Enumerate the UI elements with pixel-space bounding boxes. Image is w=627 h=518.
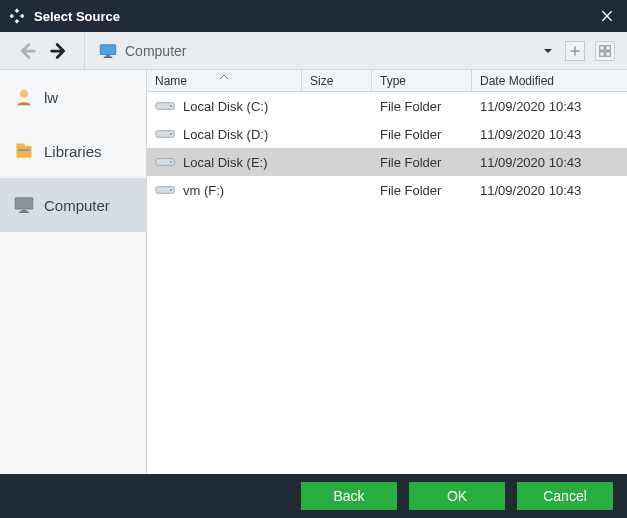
table-row[interactable]: vm (F:)File Folder11/09/2020 10:43 <box>147 176 627 204</box>
nav-arrows <box>6 32 85 69</box>
row-type: File Folder <box>372 99 472 114</box>
column-headers: Name Size Type Date Modified <box>147 70 627 92</box>
svg-rect-8 <box>17 146 32 158</box>
table-row[interactable]: Local Disk (D:)File Folder11/09/2020 10:… <box>147 120 627 148</box>
sidebar-item-label: lw <box>44 89 58 106</box>
svg-point-15 <box>170 105 172 107</box>
file-list: Name Size Type Date Modified Local Disk … <box>147 70 627 474</box>
sidebar: lw Libraries Computer <box>0 70 147 474</box>
sidebar-item-label: Libraries <box>44 143 102 160</box>
svg-rect-9 <box>17 144 25 148</box>
drive-icon <box>155 156 175 168</box>
column-date-label: Date Modified <box>480 74 554 88</box>
column-date[interactable]: Date Modified <box>472 70 627 91</box>
column-name[interactable]: Name <box>147 70 302 91</box>
libraries-icon <box>14 141 34 161</box>
user-icon <box>14 87 34 107</box>
svg-rect-6 <box>606 51 611 56</box>
svg-rect-12 <box>22 210 27 212</box>
svg-rect-5 <box>600 51 605 56</box>
row-name: Local Disk (E:) <box>183 155 268 170</box>
titlebar: Select Source <box>0 0 627 32</box>
monitor-icon <box>14 195 34 215</box>
sidebar-item-label: Computer <box>44 197 110 214</box>
row-date: 11/09/2020 10:43 <box>472 127 627 142</box>
row-type: File Folder <box>372 183 472 198</box>
view-grid-button[interactable] <box>595 41 615 61</box>
row-date: 11/09/2020 10:43 <box>472 99 627 114</box>
drive-icon <box>155 128 175 140</box>
drive-icon <box>155 184 175 196</box>
rows-container: Local Disk (C:)File Folder11/09/2020 10:… <box>147 92 627 474</box>
sidebar-item-libraries[interactable]: Libraries <box>0 124 146 178</box>
svg-rect-0 <box>100 44 115 54</box>
back-button[interactable]: Back <box>301 482 397 510</box>
column-type-label: Type <box>380 74 406 88</box>
svg-rect-10 <box>18 149 30 151</box>
row-date: 11/09/2020 10:43 <box>472 183 627 198</box>
svg-rect-3 <box>600 45 605 50</box>
svg-point-19 <box>170 161 172 163</box>
row-type: File Folder <box>372 127 472 142</box>
row-type: File Folder <box>372 155 472 170</box>
table-row[interactable]: Local Disk (E:)File Folder11/09/2020 10:… <box>147 148 627 176</box>
svg-point-21 <box>170 189 172 191</box>
sidebar-item-computer[interactable]: Computer <box>0 178 146 232</box>
drive-icon <box>155 100 175 112</box>
footer: Back OK Cancel <box>0 474 627 518</box>
column-name-label: Name <box>155 74 187 88</box>
row-name: Local Disk (D:) <box>183 127 268 142</box>
svg-rect-1 <box>106 55 110 56</box>
monitor-icon <box>99 44 117 58</box>
dropdown-button[interactable] <box>541 44 555 58</box>
svg-rect-4 <box>606 45 611 50</box>
back-arrow-button[interactable] <box>16 40 38 62</box>
table-row[interactable]: Local Disk (C:)File Folder11/09/2020 10:… <box>147 92 627 120</box>
column-type[interactable]: Type <box>372 70 472 91</box>
svg-point-17 <box>170 133 172 135</box>
forward-arrow-button[interactable] <box>48 40 70 62</box>
body: lw Libraries Computer Name Size Type <box>0 70 627 474</box>
row-name: vm (F:) <box>183 183 224 198</box>
breadcrumb[interactable]: Computer <box>85 32 541 69</box>
toolbar: Computer <box>0 32 627 70</box>
row-date: 11/09/2020 10:43 <box>472 155 627 170</box>
sort-asc-icon <box>219 69 229 83</box>
app-logo-icon <box>8 7 26 25</box>
sidebar-item-user[interactable]: lw <box>0 70 146 124</box>
row-name: Local Disk (C:) <box>183 99 268 114</box>
svg-rect-13 <box>19 211 29 213</box>
toolbar-right <box>541 41 621 61</box>
column-size[interactable]: Size <box>302 70 372 91</box>
add-button[interactable] <box>565 41 585 61</box>
svg-rect-11 <box>15 198 33 209</box>
ok-button[interactable]: OK <box>409 482 505 510</box>
breadcrumb-label: Computer <box>125 43 186 59</box>
column-size-label: Size <box>310 74 333 88</box>
cancel-button[interactable]: Cancel <box>517 482 613 510</box>
close-button[interactable] <box>595 4 619 28</box>
svg-point-7 <box>20 90 28 98</box>
window-title: Select Source <box>34 9 120 24</box>
svg-rect-2 <box>104 56 112 57</box>
